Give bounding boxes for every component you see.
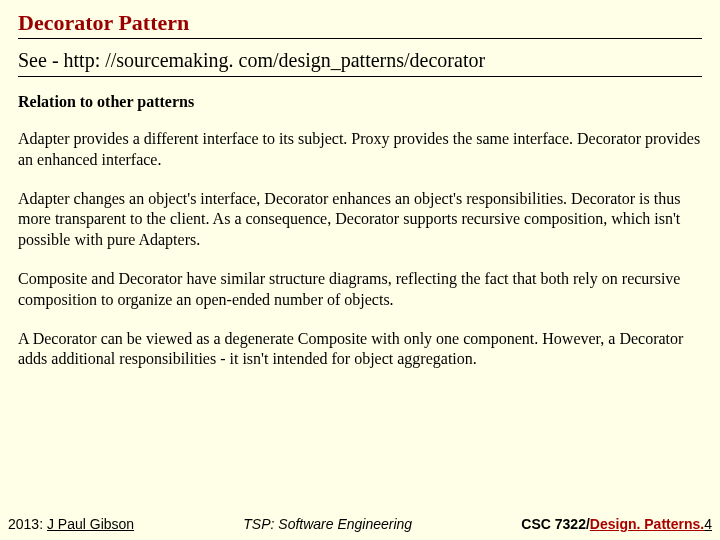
paragraph-4: A Decorator can be viewed as a degenerat… [18,329,702,371]
footer: 2013: J Paul Gibson TSP: Software Engine… [0,516,720,532]
footer-year: 2013: [8,516,47,532]
see-line: See - http: //sourcemaking. com/design_p… [18,49,702,77]
footer-left: 2013: J Paul Gibson [8,516,134,532]
footer-center: TSP: Software Engineering [243,516,412,532]
source-link[interactable]: http: //sourcemaking. com/design_pattern… [64,49,486,71]
section-heading: Relation to other patterns [18,93,702,111]
slide-title: Decorator Pattern [18,10,702,39]
paragraph-3: Composite and Decorator have similar str… [18,269,702,311]
footer-course: CSC 7322/ [521,516,589,532]
footer-author: J Paul Gibson [47,516,134,532]
slide-body: Decorator Pattern See - http: //sourcema… [0,0,720,370]
see-prefix: See - [18,49,64,71]
paragraph-1: Adapter provides a different interface t… [18,129,702,171]
footer-page: 4 [704,516,712,532]
paragraph-2: Adapter changes an object's interface, D… [18,189,702,251]
footer-right: CSC 7322/Design. Patterns.4 [521,516,712,532]
footer-topic: Design. Patterns. [590,516,704,532]
